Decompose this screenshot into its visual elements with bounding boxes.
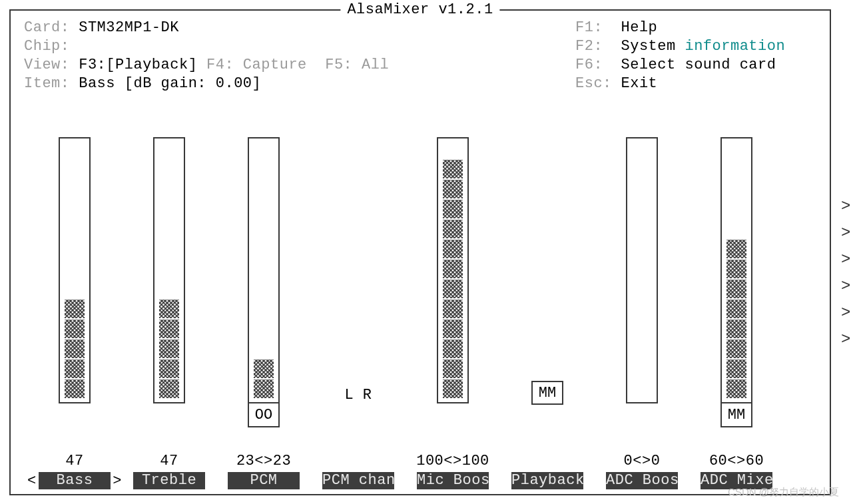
f2-text-a[interactable]: System [621,38,685,55]
item-label: Item: [24,75,70,92]
channel-name[interactable]: Mic Boos [417,472,489,489]
volume-value: 100<>100 [416,453,489,469]
watermark: CSDN @努力自学的小夏 [728,486,839,499]
volume-segment [159,340,179,358]
scroll-arrow-icon: > [841,193,851,220]
card-value: STM32MP1-DK [79,19,179,36]
view-f5[interactable]: F5: All [325,57,389,73]
volume-segment [443,240,463,258]
volume-value: 23<>23 [236,453,291,469]
volume-value: 60<>60 [709,453,764,469]
volume-segment [65,320,85,338]
channel-name[interactable]: ADC Boos [606,472,678,489]
volume-segment [726,379,746,398]
f1-text[interactable]: Help [621,19,658,36]
f6-text[interactable]: Select sound card [621,57,776,73]
scroll-indicator[interactable]: >>>>>> [841,193,851,353]
lr-label: L R [344,387,372,403]
channel-name[interactable]: PCM [228,472,300,489]
volume-segment [726,360,746,378]
f6-key: F6: [575,57,603,73]
channel-name[interactable]: Treble [133,472,205,489]
esc-key: Esc: [575,75,612,92]
volume-bar[interactable] [437,137,469,403]
volume-segment [443,320,463,338]
selection-arrow-right: > [113,473,122,489]
header: Card: STM32MP1-DK Chip: View: F3:[Playba… [11,19,830,93]
scroll-arrow-icon: > [841,300,851,326]
volume-segment [726,240,746,258]
volume-segment [159,300,179,318]
volume-segment [443,340,463,358]
f2-text-b[interactable]: information [685,38,785,55]
view-f3[interactable]: F3:[Playback] [79,57,197,73]
volume-segment [443,360,463,378]
card-label: Card: [24,19,70,36]
volume-value: 0<>0 [624,453,661,469]
channel-name[interactable]: PCM chan [322,472,394,489]
volume-segment [159,379,179,398]
volume-segment [443,300,463,318]
item-value: Bass [dB gain: 0.00] [79,75,261,92]
volume-segment [726,300,746,318]
app-title: AlsaMixer v1.2.1 [340,1,499,18]
channel-pcm[interactable]: OO23<>23PCM [220,137,307,427]
volume-segment [65,379,85,398]
volume-segment [65,300,85,318]
volume-segment [159,320,179,338]
volume-value: 47 [160,453,178,469]
channel-bass[interactable]: 47Bass<> [31,137,118,403]
volume-segment [443,220,463,238]
volume-segment [443,180,463,198]
channel-treble[interactable]: 47Treble [126,137,212,403]
volume-bar[interactable] [248,137,280,403]
esc-text[interactable]: Exit [621,75,658,92]
scroll-arrow-icon: > [841,220,851,246]
channel-name[interactable]: Bass [39,472,111,489]
volume-bar[interactable] [720,137,752,403]
mute-box[interactable]: OO [248,403,280,427]
chip-label: Chip: [24,38,70,55]
selection-arrow-left: < [27,473,37,489]
volume-segment [726,340,746,358]
f2-key: F2: [575,38,603,55]
volume-segment [726,320,746,338]
mute-box[interactable]: MM [531,381,563,405]
header-right: F1: Help F2: System information F6: Sele… [575,19,785,93]
volume-segment [726,280,746,298]
volume-value: 47 [65,453,83,469]
volume-segment [726,260,746,278]
mixer-area: 47Bass<>47TrebleOO23<>23PCML RPCM chan10… [11,137,830,490]
volume-segment [443,260,463,278]
channel-name[interactable]: Playback [511,472,583,489]
volume-segment [65,340,85,358]
volume-bar[interactable] [59,137,91,403]
channel-mic-boos[interactable]: 100<>100Mic Boos [410,137,496,403]
volume-segment [159,360,179,378]
scroll-arrow-icon: > [841,273,851,300]
volume-segment [254,360,274,378]
volume-segment [65,360,85,378]
mute-box[interactable]: MM [720,403,752,427]
f1-key: F1: [575,19,603,36]
scroll-arrow-icon: > [841,246,851,273]
scroll-arrow-icon: > [841,326,851,353]
view-label: View: [24,57,70,73]
volume-bar[interactable] [153,137,185,403]
volume-segment [254,379,274,398]
volume-segment [443,200,463,218]
volume-segment [443,379,463,398]
view-f4[interactable]: F4: Capture [206,57,307,73]
volume-segment [443,160,463,178]
main-box: AlsaMixer v1.2.1 Card: STM32MP1-DK Chip:… [9,9,831,495]
channel-adc-boos[interactable]: 0<>0ADC Boos [599,137,685,403]
volume-segment [443,280,463,298]
channel-adc-mixe[interactable]: MM60<>60ADC Mixe [693,137,780,427]
volume-bar[interactable] [626,137,658,403]
header-left: Card: STM32MP1-DK Chip: View: F3:[Playba… [11,19,389,93]
